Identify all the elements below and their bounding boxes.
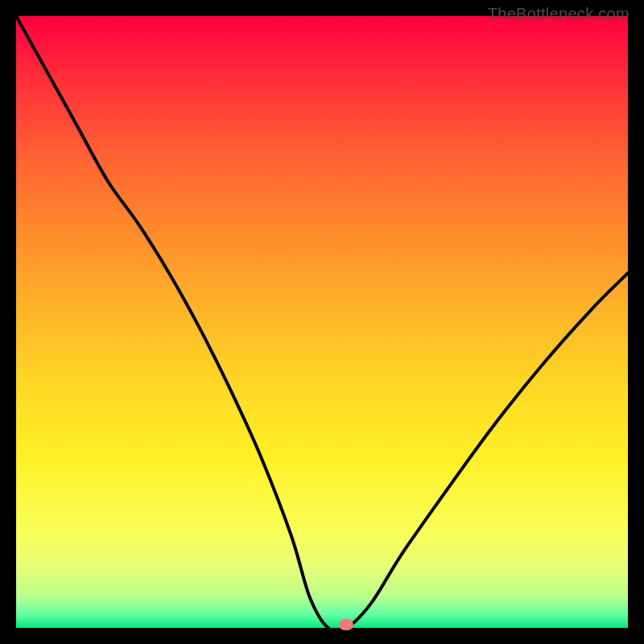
watermark-text: TheBottleneck.com (488, 5, 630, 23)
bottleneck-curve (16, 16, 628, 628)
optimal-point-marker (339, 619, 353, 630)
chart-container: TheBottleneck.com (0, 0, 644, 644)
